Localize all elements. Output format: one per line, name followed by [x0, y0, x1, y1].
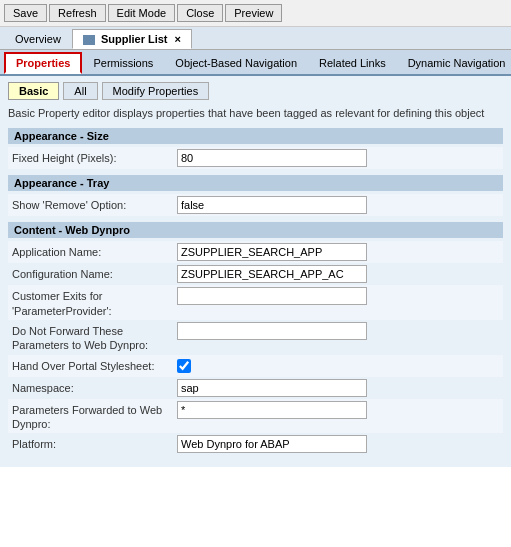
prop-label-parameters-forwarded: Parameters Forwarded to Web Dynpro:	[12, 401, 177, 432]
section-tab-related-links[interactable]: Related Links	[308, 53, 397, 73]
sub-tab-basic[interactable]: Basic	[8, 82, 59, 100]
group-appearance-tray: Appearance - Tray Show 'Remove' Option:	[8, 175, 503, 216]
prop-row-platform: Platform:	[8, 433, 503, 455]
prop-label-configuration-name: Configuration Name:	[12, 265, 177, 281]
prop-label-application-name: Application Name:	[12, 243, 177, 259]
sub-tab-all[interactable]: All	[63, 82, 97, 100]
prop-value-customer-exits	[177, 287, 499, 305]
hand-over-stylesheet-checkbox[interactable]	[177, 359, 191, 373]
refresh-button[interactable]: Refresh	[49, 4, 106, 22]
prop-row-application-name: Application Name:	[8, 241, 503, 263]
do-not-forward-input[interactable]	[177, 322, 367, 340]
prop-value-fixed-height	[177, 149, 499, 167]
prop-row-hand-over-stylesheet: Hand Over Portal Stylesheet:	[8, 355, 503, 377]
prop-value-configuration-name	[177, 265, 499, 283]
group-header-appearance-size: Appearance - Size	[8, 128, 503, 144]
prop-label-show-remove: Show 'Remove' Option:	[12, 196, 177, 212]
prop-value-application-name	[177, 243, 499, 261]
prop-label-namespace: Namespace:	[12, 379, 177, 395]
section-tab-properties[interactable]: Properties	[4, 52, 82, 74]
sub-tab-modify-properties[interactable]: Modify Properties	[102, 82, 210, 100]
tab-close-icon[interactable]: ×	[175, 33, 181, 45]
prop-label-fixed-height: Fixed Height (Pixels):	[12, 149, 177, 165]
save-button[interactable]: Save	[4, 4, 47, 22]
toolbar: Save Refresh Edit Mode Close Preview	[0, 0, 511, 27]
fixed-height-input[interactable]	[177, 149, 367, 167]
prop-label-customer-exits: Customer Exits for 'ParameterProvider':	[12, 287, 177, 318]
prop-row-show-remove: Show 'Remove' Option:	[8, 194, 503, 216]
sub-tabs: Basic All Modify Properties	[8, 82, 503, 100]
prop-value-do-not-forward	[177, 322, 499, 340]
prop-row-fixed-height: Fixed Height (Pixels):	[8, 147, 503, 169]
group-content-web-dynpro: Content - Web Dynpro Application Name: C…	[8, 222, 503, 455]
platform-input[interactable]	[177, 435, 367, 453]
prop-row-do-not-forward: Do Not Forward These Parameters to Web D…	[8, 320, 503, 355]
tab-overview[interactable]: Overview	[4, 29, 72, 49]
prop-label-hand-over-stylesheet: Hand Over Portal Stylesheet:	[12, 357, 177, 373]
tabs-row: Overview Supplier List ×	[0, 27, 511, 50]
configuration-name-input[interactable]	[177, 265, 367, 283]
prop-row-configuration-name: Configuration Name:	[8, 263, 503, 285]
section-tab-permissions[interactable]: Permissions	[82, 53, 164, 73]
section-tabs: Properties Permissions Object-Based Navi…	[0, 50, 511, 76]
prop-value-platform	[177, 435, 499, 453]
prop-value-namespace	[177, 379, 499, 397]
prop-label-do-not-forward: Do Not Forward These Parameters to Web D…	[12, 322, 177, 353]
description-text: Basic Property editor displays propertie…	[8, 106, 503, 120]
prop-value-parameters-forwarded	[177, 401, 499, 419]
show-remove-input[interactable]	[177, 196, 367, 214]
group-header-appearance-tray: Appearance - Tray	[8, 175, 503, 191]
prop-row-namespace: Namespace:	[8, 377, 503, 399]
group-header-content-web-dynpro: Content - Web Dynpro	[8, 222, 503, 238]
edit-mode-button[interactable]: Edit Mode	[108, 4, 176, 22]
tab-icon	[83, 35, 95, 45]
prop-row-customer-exits: Customer Exits for 'ParameterProvider':	[8, 285, 503, 320]
application-name-input[interactable]	[177, 243, 367, 261]
section-tab-dynamic-navigation[interactable]: Dynamic Navigation	[397, 53, 511, 73]
customer-exits-input[interactable]	[177, 287, 367, 305]
prop-row-parameters-forwarded: Parameters Forwarded to Web Dynpro:	[8, 399, 503, 434]
content-area: Basic All Modify Properties Basic Proper…	[0, 76, 511, 467]
namespace-input[interactable]	[177, 379, 367, 397]
close-button[interactable]: Close	[177, 4, 223, 22]
group-appearance-size: Appearance - Size Fixed Height (Pixels):	[8, 128, 503, 169]
preview-button[interactable]: Preview	[225, 4, 282, 22]
tab-supplier-list[interactable]: Supplier List ×	[72, 29, 192, 49]
prop-value-show-remove	[177, 196, 499, 214]
prop-value-hand-over-stylesheet	[177, 357, 499, 375]
section-tab-object-navigation[interactable]: Object-Based Navigation	[164, 53, 308, 73]
prop-label-platform: Platform:	[12, 435, 177, 451]
parameters-forwarded-input[interactable]	[177, 401, 367, 419]
